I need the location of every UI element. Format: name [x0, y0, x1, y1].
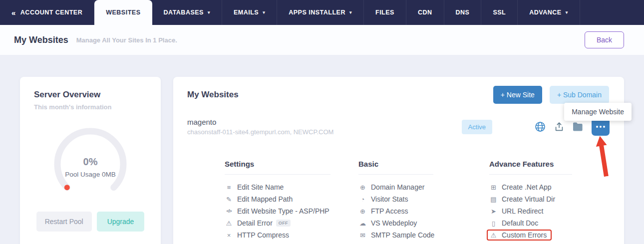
feature-label: Edit Website Type - ASP/PHP: [237, 207, 329, 215]
my-websites-card: My Websites + New Site + Sub Domain Mana…: [173, 77, 624, 244]
nav-item-label: EMAILS: [234, 9, 259, 16]
speedometer-icon: ◔: [358, 196, 367, 203]
site-domains: chasonstaff-011-site4.gtempurl.com, NEWC…: [187, 128, 333, 136]
red-arrow-annotation: [594, 135, 613, 177]
feature-label: Edit Mapped Path: [237, 195, 293, 203]
grid-icon: ⊞: [489, 184, 498, 191]
globe-icon: [534, 121, 546, 133]
site-browse-action[interactable]: [534, 121, 546, 133]
status-badge: Active: [462, 120, 492, 134]
upload-icon: [554, 121, 565, 132]
nav-item-ssl[interactable]: SSL: [481, 0, 518, 25]
feature-link-edit-site-name[interactable]: ≡Edit Site Name: [225, 181, 330, 193]
feature-label: HTTP Compress: [237, 231, 289, 239]
feature-label: FTP Access: [371, 207, 408, 215]
manage-website-tooltip: Manage Website: [564, 103, 632, 121]
gauge-value: 0%: [83, 156, 98, 167]
nav-item-label: DATABASES: [164, 9, 204, 16]
paper-plane-icon: ➤: [489, 208, 498, 215]
caret-down-icon: ▾: [566, 10, 568, 15]
off-badge: OFF: [276, 220, 291, 227]
nav-item-websites[interactable]: WEBSITES: [94, 0, 152, 25]
nav-item-label: ACCOUNT CENTER: [20, 9, 82, 16]
folder-icon: [572, 122, 584, 132]
column-title: Settings: [225, 160, 330, 175]
nav-item-cdn[interactable]: CDN: [406, 0, 444, 25]
server-overview-title: Server Overview: [34, 90, 147, 100]
warning-icon: ⚠: [489, 232, 498, 239]
feature-link-url-redirect[interactable]: ➤URL Redirect: [489, 205, 572, 217]
red-highlight-annotation: ⚠Custom Errors: [487, 230, 552, 241]
site-files-action[interactable]: [572, 122, 584, 132]
nav-item-label: FILES: [375, 9, 394, 16]
menu-circle-icon: ≡: [225, 184, 233, 191]
page-title: My Websites: [14, 35, 68, 45]
feature-label: Edit Site Name: [237, 183, 284, 191]
nav-item-label: ADVANCE: [529, 9, 561, 16]
warning-icon: ⚠: [225, 220, 233, 227]
nav-item-apps-installer[interactable]: APPS INSTALLER▾: [277, 0, 364, 25]
feature-link-ftp-access[interactable]: ⊕FTP Access: [358, 205, 433, 217]
feature-column-settings: Settings≡Edit Site Name✎Edit Mapped Path…: [225, 160, 330, 241]
feature-link-default-doc[interactable]: ▯Default Doc: [489, 217, 572, 229]
feature-link-domain-manager[interactable]: ⊕Domain Manager: [358, 181, 433, 193]
edit-document-icon: ✎: [225, 196, 233, 203]
nav-item-account-center[interactable]: «ACCOUNT CENTER: [0, 0, 94, 25]
feature-label: Visitor Stats: [371, 195, 408, 203]
upgrade-button[interactable]: Upgrade: [97, 212, 145, 232]
feature-label: Create Virtual Dir: [502, 195, 555, 203]
column-title: Advance Features: [489, 160, 572, 175]
feature-link-create-virtual-dir[interactable]: ▤Create Virtual Dir: [489, 193, 572, 205]
nav-item-files[interactable]: FILES: [364, 0, 406, 25]
feature-link-custom-errors[interactable]: ⚠Custom Errors: [489, 229, 572, 241]
double-chevron-left-icon: «: [11, 9, 16, 16]
feature-link-edit-website-type-asp-php[interactable]: </>Edit Website Type - ASP/PHP: [225, 205, 330, 217]
nav-item-databases[interactable]: DATABASES▾: [152, 0, 222, 25]
nav-item-emails[interactable]: EMAILS▾: [222, 0, 277, 25]
column-title: Basic: [358, 160, 433, 175]
feature-label: VS Webdeploy: [371, 219, 417, 227]
feature-link-vs-webdeploy[interactable]: ☁VS Webdeploy: [358, 217, 433, 229]
page-header: My Websites Manage All Your Sites In 1 P…: [0, 25, 644, 55]
nav-item-label: APPS INSTALLER: [289, 9, 345, 16]
page-subtitle: Manage All Your Sites In 1 Place.: [76, 36, 177, 44]
code-icon: </>: [225, 209, 233, 214]
dots-icon: [596, 126, 598, 128]
feature-label: SMTP Sample Code: [371, 231, 434, 239]
sub-domain-button[interactable]: + Sub Domain: [550, 86, 609, 104]
websites-panel-title: My Websites: [187, 90, 239, 100]
feature-label: Default Doc: [502, 219, 538, 227]
feature-link-edit-mapped-path[interactable]: ✎Edit Mapped Path: [225, 193, 330, 205]
new-site-button[interactable]: + New Site: [493, 86, 542, 104]
nav-item-dns[interactable]: DNS: [444, 0, 482, 25]
feature-link-detail-error[interactable]: ⚠Detail ErrorOFF: [225, 217, 330, 229]
feature-link-create-net-app[interactable]: ⊞Create .Net App: [489, 181, 572, 193]
caret-down-icon: ▾: [208, 10, 210, 15]
site-publish-action[interactable]: [554, 121, 565, 132]
nav-item-label: CDN: [418, 9, 432, 16]
globe-icon: ⊕: [358, 208, 367, 215]
globe-icon: ⊕: [358, 184, 367, 191]
feature-label: Domain Manager: [371, 183, 424, 191]
nav-item-advance[interactable]: ADVANCE▾: [518, 0, 580, 25]
feature-label: Custom Errors: [502, 231, 547, 239]
feature-column-advance-features: Advance Features⊞Create .Net App▤Create …: [489, 160, 572, 241]
feature-column-basic: Basic⊕Domain Manager◔Visitor Stats⊕FTP A…: [358, 160, 433, 241]
site-name: magento: [187, 118, 333, 126]
feature-link-visitor-stats[interactable]: ◔Visitor Stats: [358, 193, 433, 205]
cloud-icon: ☁: [358, 220, 367, 227]
gauge-label: Pool Usage 0MB: [65, 171, 115, 178]
envelope-icon: ✉: [358, 232, 367, 239]
folder-icon: ▤: [489, 196, 498, 203]
back-button[interactable]: Back: [585, 31, 624, 48]
gauge-dot-icon: [64, 185, 70, 190]
website-row: magento chasonstaff-011-site4.gtempurl.c…: [173, 104, 624, 136]
feature-link-smtp-sample-code[interactable]: ✉SMTP Sample Code: [358, 229, 433, 241]
feature-link-http-compress[interactable]: ×HTTP Compress: [225, 229, 330, 241]
restart-pool-button[interactable]: Restart Pool: [36, 212, 92, 232]
feature-label: Create .Net App: [502, 183, 552, 191]
caret-down-icon: ▾: [263, 10, 265, 15]
pool-usage-gauge: 0% Pool Usage 0MB: [34, 122, 147, 199]
caret-down-icon: ▾: [349, 10, 352, 15]
nav-item-label: SSL: [493, 9, 506, 16]
